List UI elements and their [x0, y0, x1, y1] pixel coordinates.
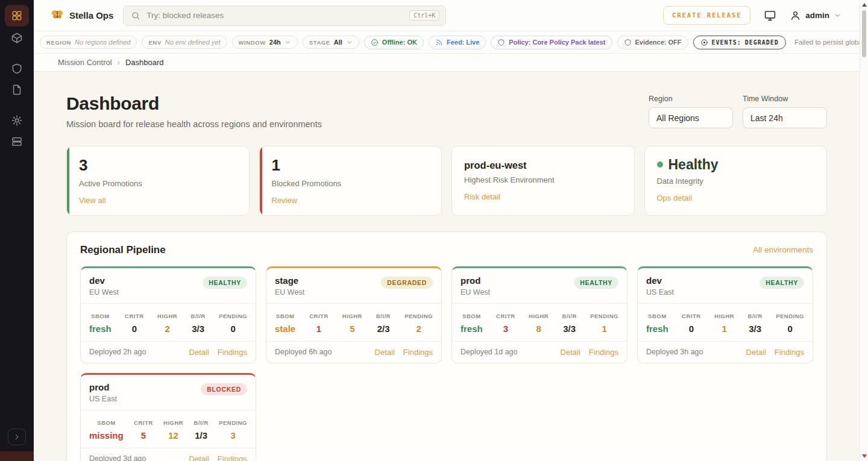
- metric-value: 12: [163, 430, 183, 441]
- scrollbar-up-arrow[interactable]: [862, 3, 867, 7]
- findings-link[interactable]: Findings: [218, 348, 247, 357]
- metric-value: 0: [125, 324, 144, 334]
- sidebar-item-security[interactable]: [5, 59, 29, 78]
- shield-icon: [497, 39, 505, 46]
- env-links: Detail Findings: [561, 348, 618, 357]
- metric-label: CRITR: [309, 313, 329, 319]
- env-card-header: dev US East HEALTHY: [638, 268, 813, 303]
- findings-link[interactable]: Findings: [775, 348, 804, 357]
- metric-value: 2: [157, 324, 177, 334]
- findings-link[interactable]: Findings: [218, 454, 247, 461]
- env-card-dev-eu-west: dev EU West HEALTHY SBOMfresh CRITR0 HIG…: [80, 266, 256, 363]
- metric-label: PENDING: [219, 313, 247, 319]
- sidebar-item-settings[interactable]: [5, 111, 29, 130]
- env-name: stage: [275, 275, 304, 286]
- sidebar-item-dashboard[interactable]: [5, 5, 29, 27]
- evidence-status-text: Evidence: OFF: [635, 39, 682, 46]
- sidebar-expand-button[interactable]: [8, 428, 26, 445]
- metric-value: fresh: [646, 324, 668, 334]
- chevron-down-icon: [346, 39, 353, 46]
- offline-status-chip[interactable]: Offline: OK: [364, 36, 424, 49]
- metric-label: B/I/R: [194, 419, 209, 426]
- stage-chip-value: All: [334, 39, 342, 46]
- search-shortcut-badge: Ctrl+K: [409, 10, 439, 20]
- policy-status-chip[interactable]: Policy: Core Policy Pack latest: [491, 36, 612, 49]
- ops-detail-link[interactable]: Ops detail: [657, 193, 693, 202]
- breadcrumb-mission-control[interactable]: Mission Control: [58, 58, 112, 67]
- pipeline-title: Regional Pipeline: [80, 244, 166, 256]
- metric-value: 1: [590, 324, 618, 334]
- breadcrumb-separator: ›: [118, 58, 120, 67]
- region-select[interactable]: All Regions: [649, 107, 733, 128]
- detail-link[interactable]: Detail: [746, 348, 766, 357]
- user-menu[interactable]: admin: [790, 10, 841, 21]
- dashboard-grid-icon: [11, 10, 23, 22]
- metric-label: HIGHR: [342, 313, 362, 319]
- deployed-text: Deployed 3d ago: [89, 454, 146, 461]
- metric-value: 2/3: [376, 324, 391, 334]
- deployed-text: Deployed 2h ago: [89, 348, 146, 356]
- env-region: US East: [89, 395, 117, 403]
- page-filters: Region All Regions Time Window Last 24h: [649, 93, 827, 128]
- metric-highr: HIGHR2: [157, 310, 177, 334]
- search-input[interactable]: [146, 11, 403, 20]
- metric-bir: B/I/R3/3: [562, 310, 577, 334]
- sidebar-item-infrastructure[interactable]: [5, 132, 29, 151]
- env-identity: stage EU West: [275, 275, 304, 296]
- metric-value: missing: [89, 430, 124, 441]
- create-release-button[interactable]: CREATE RELEASE: [663, 6, 750, 25]
- metric-label: SBOM: [648, 313, 667, 319]
- feed-status-chip[interactable]: Feed: Live: [429, 36, 486, 49]
- detail-link[interactable]: Detail: [189, 348, 209, 357]
- region-scope-chip[interactable]: REGION No regions defined: [40, 36, 137, 49]
- env-name: dev: [89, 275, 119, 286]
- view-all-link[interactable]: View all: [79, 196, 106, 205]
- scrollbar-down-arrow[interactable]: [862, 454, 867, 458]
- env-links: Detail Findings: [746, 348, 804, 357]
- status-badge: HEALTHY: [203, 277, 247, 289]
- findings-link[interactable]: Findings: [403, 348, 433, 357]
- env-metrics: SBOMstale CRITR1 HIGHR5 B/I/R2/3 PENDING…: [266, 303, 441, 341]
- stage-filter-chip[interactable]: STAGE All: [303, 36, 359, 49]
- context-warning-text: Failed to persist global context prefere…: [794, 39, 868, 46]
- detail-link[interactable]: Detail: [189, 454, 209, 461]
- evidence-status-chip[interactable]: Evidence: OFF: [617, 36, 688, 49]
- region-chip-value: No regions defined: [75, 39, 130, 46]
- events-status-chip[interactable]: EVENTS: DEGRADED: [693, 36, 786, 49]
- top-bar-actions: CREATE RELEASE admin: [663, 6, 841, 25]
- user-name: admin: [805, 11, 829, 20]
- window-filter-chip[interactable]: WINDOW 24h: [232, 36, 298, 49]
- region-filter-label: Region: [649, 95, 733, 103]
- env-card-footer: Deployed 6h ago Detail Findings: [266, 341, 441, 363]
- findings-link[interactable]: Findings: [589, 348, 618, 357]
- stage-chip-label: STAGE: [309, 39, 330, 46]
- detail-link[interactable]: Detail: [561, 348, 580, 357]
- env-links: Detail Findings: [189, 348, 247, 357]
- user-icon: [790, 10, 801, 21]
- offline-status-text: Offline: OK: [382, 39, 417, 46]
- metric-pending: PENDING3: [219, 416, 247, 441]
- metric-label: HIGHR: [163, 419, 183, 426]
- metric-critr: CRITR0: [682, 310, 701, 334]
- env-metrics: SBOMfresh CRITR0 HIGHR1 B/I/R3/3 PENDING…: [638, 303, 813, 341]
- time-window-select[interactable]: Last 24h: [743, 107, 827, 128]
- highest-risk-env-name: prod-eu-west: [464, 157, 622, 171]
- review-link[interactable]: Review: [272, 196, 298, 205]
- env-card-prod-us-east: prod US East BLOCKED SBOMmissing CRITR5 …: [80, 373, 256, 461]
- monitor-icon[interactable]: [764, 9, 776, 22]
- risk-detail-link[interactable]: Risk detail: [464, 192, 500, 201]
- blocked-promotions-label: Blocked Promotions: [272, 179, 430, 188]
- env-scope-chip[interactable]: ENV No env defined yet: [142, 36, 227, 49]
- events-value: DEGRADED: [745, 39, 779, 46]
- metric-label: PENDING: [776, 313, 804, 319]
- sidebar-item-documents[interactable]: [5, 80, 29, 99]
- metric-label: SBOM: [97, 419, 116, 426]
- metric-value: 1: [309, 324, 329, 334]
- sidebar-item-releases[interactable]: [5, 28, 29, 48]
- metric-value: 2: [404, 324, 433, 334]
- metric-value: 1/3: [194, 430, 209, 441]
- scrollbar-thumb[interactable]: [862, 10, 866, 57]
- detail-link[interactable]: Detail: [375, 348, 395, 357]
- all-environments-link[interactable]: All environments: [753, 245, 813, 254]
- env-links: Detail Findings: [375, 348, 433, 357]
